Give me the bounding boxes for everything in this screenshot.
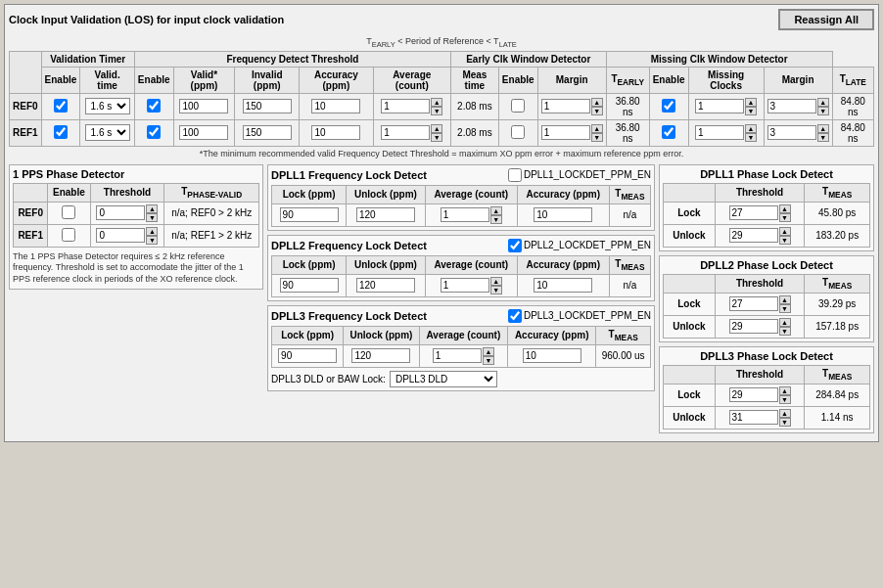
dpll1-unlock-threshold-spin[interactable]: ▲ ▼ [779, 227, 791, 245]
ref0-fd-average-up[interactable]: ▲ [431, 98, 442, 107]
dpll2-accuracy-input[interactable] [534, 278, 592, 293]
dpll3-baw-select[interactable]: DPLL3 DLD BAW Lock [390, 371, 497, 387]
ref1-fd-average-input[interactable] [381, 125, 430, 140]
ref1-mc-missing-up[interactable]: ▲ [745, 124, 757, 133]
dpll1-unlock-threshold-input[interactable] [729, 228, 778, 243]
ref0-fd-average-input[interactable] [381, 99, 430, 113]
dpll3-lock-threshold-up[interactable]: ▲ [779, 386, 791, 395]
dpll1-average-down[interactable]: ▼ [490, 215, 502, 224]
ref0-mc-enable-checkbox[interactable] [662, 99, 675, 113]
ref1-ec-margin-input[interactable] [541, 125, 590, 140]
pps-ref1-threshold-down[interactable]: ▼ [146, 236, 158, 245]
dpll2-freq-checkbox[interactable] [508, 239, 522, 252]
ref1-ec-margin-up[interactable]: ▲ [591, 124, 603, 133]
dpll2-unlock-threshold-input[interactable] [729, 319, 778, 334]
ref0-mc-missing-spin[interactable]: ▲ ▼ [745, 98, 757, 115]
ref1-validtime-select[interactable]: 1.6 s [85, 124, 130, 141]
ref0-mc-margin-input[interactable] [767, 99, 816, 113]
ref0-fd-accuracy-input[interactable] [311, 99, 360, 113]
dpll1-accuracy-input[interactable] [534, 207, 592, 222]
ref1-mc-margin-down[interactable]: ▼ [817, 133, 829, 142]
dpll2-unlock-threshold-spin[interactable]: ▲ ▼ [779, 318, 791, 336]
dpll2-unlock-input[interactable] [356, 278, 415, 293]
ref1-fd-valid-input[interactable] [179, 125, 228, 140]
ref0-fd-invalid-input[interactable] [243, 99, 292, 113]
ref1-mc-missing-down[interactable]: ▼ [745, 133, 757, 142]
ref1-mc-margin-up[interactable]: ▲ [817, 124, 829, 133]
dpll2-lock-threshold-up[interactable]: ▲ [779, 295, 791, 304]
dpll1-freq-checkbox[interactable] [508, 168, 522, 182]
ref1-mc-missing-input[interactable] [695, 125, 744, 140]
dpll2-unlock-threshold-up[interactable]: ▲ [779, 318, 791, 327]
dpll3-unlock-threshold-up[interactable]: ▲ [779, 409, 791, 418]
dpll3-average-input[interactable] [433, 348, 482, 363]
pps-ref0-checkbox[interactable] [62, 205, 75, 219]
dpll2-average-up[interactable]: ▲ [490, 277, 502, 286]
dpll1-unlock-threshold-down[interactable]: ▼ [779, 236, 791, 245]
dpll3-unlock-input[interactable] [351, 348, 410, 363]
pps-ref1-threshold-input[interactable] [96, 228, 145, 243]
dpll2-average-down[interactable]: ▼ [490, 286, 502, 294]
ref0-mc-margin-spin[interactable]: ▲ ▼ [817, 98, 829, 115]
ref1-fd-average-up[interactable]: ▲ [431, 124, 442, 133]
dpll3-average-spin[interactable]: ▲ ▼ [483, 347, 494, 365]
dpll3-unlock-threshold-spin[interactable]: ▲ ▼ [779, 409, 791, 427]
ref0-validtime-select[interactable]: 1.6 s [85, 98, 130, 114]
dpll2-unlock-threshold-down[interactable]: ▼ [779, 327, 791, 336]
dpll3-lock-threshold-input[interactable] [729, 387, 778, 402]
dpll1-lock-threshold-down[interactable]: ▼ [779, 213, 791, 222]
dpll2-average-input[interactable] [441, 278, 489, 293]
ref0-ec-margin-up[interactable]: ▲ [591, 98, 603, 107]
ref0-mc-margin-up[interactable]: ▲ [817, 98, 829, 107]
ref1-mc-enable-checkbox[interactable] [662, 125, 675, 139]
ref0-fd-average-spin[interactable]: ▲ ▼ [431, 98, 442, 115]
dpll3-lock-threshold-down[interactable]: ▼ [779, 395, 791, 404]
dpll3-unlock-threshold-down[interactable]: ▼ [779, 418, 791, 427]
dpll1-lock-input[interactable] [280, 207, 339, 222]
ref0-mc-margin-down[interactable]: ▼ [817, 107, 829, 115]
reassign-all-button[interactable]: Reassign All [778, 9, 874, 30]
dpll2-lock-threshold-spin[interactable]: ▲ ▼ [779, 295, 791, 313]
pps-ref1-threshold-up[interactable]: ▲ [146, 227, 158, 236]
ref1-fd-average-down[interactable]: ▼ [431, 133, 442, 142]
pps-ref0-threshold-up[interactable]: ▲ [146, 204, 158, 213]
dpll2-lock-threshold-down[interactable]: ▼ [779, 304, 791, 313]
ref0-mc-missing-input[interactable] [695, 99, 744, 113]
dpll3-accuracy-input[interactable] [523, 348, 581, 363]
ref1-ec-margin-down[interactable]: ▼ [591, 133, 603, 142]
ref0-vt-enable-checkbox[interactable] [54, 99, 68, 113]
dpll3-average-down[interactable]: ▼ [483, 356, 494, 365]
ref1-mc-missing-spin[interactable]: ▲ ▼ [745, 124, 757, 142]
ref0-fd-valid-input[interactable] [179, 99, 228, 113]
ref1-fd-invalid-input[interactable] [243, 125, 292, 140]
ref1-mc-margin-spin[interactable]: ▲ ▼ [817, 124, 829, 142]
ref0-fd-average-down[interactable]: ▼ [431, 107, 442, 115]
dpll1-lock-threshold-up[interactable]: ▲ [779, 204, 791, 213]
ref1-vt-enable-checkbox[interactable] [54, 125, 68, 139]
ref1-mc-margin-input[interactable] [767, 125, 816, 140]
ref1-ec-margin-spin[interactable]: ▲ ▼ [591, 124, 603, 142]
ref1-fd-enable-checkbox[interactable] [147, 125, 161, 139]
dpll3-freq-checkbox[interactable] [508, 309, 522, 323]
ref0-ec-enable-checkbox[interactable] [511, 99, 525, 113]
pps-ref0-threshold-spin[interactable]: ▲ ▼ [146, 204, 158, 222]
dpll1-average-input[interactable] [441, 207, 489, 222]
dpll3-lock-input[interactable] [278, 348, 337, 363]
dpll1-lock-threshold-input[interactable] [729, 205, 778, 220]
ref0-fd-enable-checkbox[interactable] [147, 99, 161, 113]
dpll2-lock-threshold-input[interactable] [729, 296, 778, 311]
ref0-mc-missing-up[interactable]: ▲ [745, 98, 757, 107]
dpll3-average-up[interactable]: ▲ [483, 347, 494, 356]
dpll2-lock-input[interactable] [280, 278, 339, 293]
ref0-ec-margin-spin[interactable]: ▲ ▼ [591, 98, 603, 115]
ref0-ec-margin-down[interactable]: ▼ [591, 107, 603, 115]
dpll3-lock-threshold-spin[interactable]: ▲ ▼ [779, 386, 791, 404]
dpll1-lock-threshold-spin[interactable]: ▲ ▼ [779, 204, 791, 222]
pps-ref1-checkbox[interactable] [62, 228, 75, 242]
dpll1-average-spin[interactable]: ▲ ▼ [490, 206, 502, 224]
ref0-mc-missing-down[interactable]: ▼ [745, 107, 757, 115]
ref1-ec-enable-checkbox[interactable] [511, 125, 525, 139]
pps-ref1-threshold-spin[interactable]: ▲ ▼ [146, 227, 158, 245]
ref0-ec-margin-input[interactable] [541, 99, 590, 113]
pps-ref0-threshold-down[interactable]: ▼ [146, 213, 158, 222]
